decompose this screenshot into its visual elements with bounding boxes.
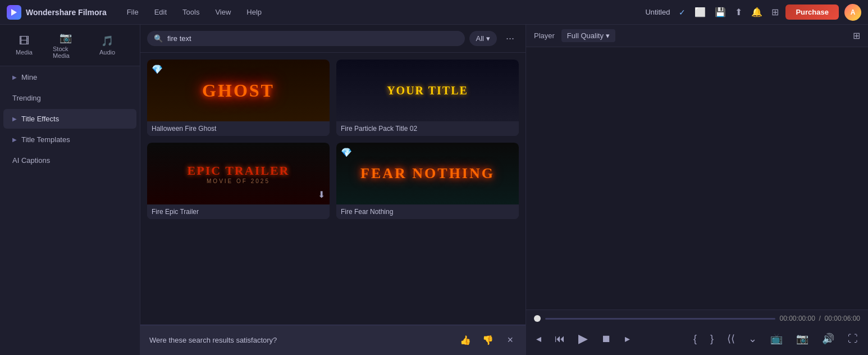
prev-segment-button[interactable]: ⟨⟨: [725, 330, 737, 347]
left-panel: 🎞 Media 📷 Stock Media 🎵 Audio T Titles ↔…: [0, 25, 140, 355]
toolbar-tabs: 🎞 Media 📷 Stock Media 🎵 Audio T Titles ↔…: [0, 25, 140, 66]
feedback-close-button[interactable]: ×: [504, 333, 517, 347]
monitor-icon[interactable]: ⬜: [695, 7, 706, 17]
timeline-bar[interactable]: [545, 318, 775, 320]
preview-text: GHOST: [202, 80, 275, 101]
player-expand-icon[interactable]: ⊞: [853, 30, 860, 41]
results-grid: 💎 GHOST Halloween Fire Ghost YOUR TITLE …: [140, 53, 526, 325]
sidebar-title-templates-label: Title Templates: [21, 135, 70, 144]
player-panel: Player Full Quality ▾ ⊞ 00:00:00:00 / 00…: [526, 25, 868, 355]
tab-audio[interactable]: 🎵 Audio: [88, 31, 127, 59]
player-canvas: [526, 47, 868, 310]
chevron-down-icon: ▾: [606, 31, 610, 40]
sidebar-item-ai-captions[interactable]: AI Captions: [3, 151, 136, 170]
sidebar-item-title-templates[interactable]: ▶ Title Templates: [3, 130, 136, 149]
screenshot-button[interactable]: 📷: [794, 330, 811, 347]
preview-text: EPIC TRAILER MOVIE OF 2025: [188, 163, 290, 184]
tab-audio-label: Audio: [99, 49, 115, 56]
sidebar-trending-label: Trending: [12, 94, 41, 102]
feedback-thumbs: 👍 👎: [456, 334, 497, 347]
quality-selector[interactable]: Full Quality ▾: [561, 29, 615, 42]
search-bar: 🔍 All ▾ ···: [140, 25, 526, 53]
preview-text: YOUR TITLE: [387, 84, 468, 97]
chevron-down-icon: ▾: [486, 34, 490, 43]
save-icon[interactable]: 💾: [715, 7, 726, 17]
grid-row-2: EPIC TRAILER MOVIE OF 2025 ⬇ Fire Epic T…: [147, 143, 519, 219]
menu-edit[interactable]: Edit: [148, 6, 173, 19]
search-input[interactable]: [167, 34, 458, 43]
tab-media-label: Media: [16, 49, 33, 56]
notification-icon[interactable]: 🔔: [751, 7, 762, 17]
menu-tools[interactable]: Tools: [176, 6, 206, 19]
svg-marker-0: [11, 9, 17, 16]
next-frame-button[interactable]: ▸: [623, 330, 632, 347]
card-preview: 💎 FEAR NOTHING: [336, 143, 519, 204]
sidebar-item-trending[interactable]: Trending: [3, 88, 136, 108]
search-icon: 🔍: [154, 34, 163, 43]
stock-icon: 📷: [60, 31, 72, 44]
audio-button[interactable]: 🔊: [820, 330, 837, 347]
card-label: Fire Epic Trailer: [147, 204, 330, 219]
timeline-track: 00:00:00:00 / 00:00:06:00: [534, 315, 860, 322]
menu-view[interactable]: View: [208, 6, 237, 19]
more-controls-button[interactable]: ⌄: [746, 330, 759, 347]
content-panel: 🔍 All ▾ ··· 💎 GHOST Halloween Fire Ghost: [140, 25, 526, 355]
premium-badge: 💎: [341, 147, 352, 158]
purchase-button[interactable]: Purchase: [785, 4, 839, 20]
card-preview: YOUR TITLE: [336, 60, 519, 121]
mark-in-button[interactable]: {: [691, 331, 699, 347]
audio-icon: 🎵: [101, 35, 113, 47]
play-button[interactable]: ▶: [576, 329, 590, 348]
card-label: Halloween Fire Ghost: [147, 121, 330, 136]
card-label: Fire Fear Nothing: [336, 204, 519, 219]
card-fire-epic-trailer[interactable]: EPIC TRAILER MOVIE OF 2025 ⬇ Fire Epic T…: [147, 143, 330, 219]
card-preview: EPIC TRAILER MOVIE OF 2025 ⬇: [147, 143, 330, 204]
fullscreen-button[interactable]: ⛶: [846, 331, 860, 347]
sidebar: ▶ Mine Trending ▶ Title Effects ▶ Title …: [0, 66, 140, 171]
menu-file[interactable]: File: [120, 6, 145, 19]
sidebar-item-mine[interactable]: ▶ Mine: [3, 67, 136, 87]
project-title: Untitled: [645, 8, 670, 16]
filter-label: All: [476, 34, 484, 43]
sidebar-mine-label: Mine: [21, 73, 37, 81]
card-fire-particle-pack[interactable]: YOUR TITLE Fire Particle Pack Title 02: [336, 60, 519, 136]
layout-icon[interactable]: ⊞: [771, 7, 779, 17]
step-back-button[interactable]: ⏮: [552, 331, 567, 347]
mark-out-button[interactable]: }: [708, 331, 716, 347]
chevron-icon: ▶: [12, 74, 17, 80]
grid-row-1: 💎 GHOST Halloween Fire Ghost YOUR TITLE …: [147, 60, 519, 136]
card-halloween-fire-ghost[interactable]: 💎 GHOST Halloween Fire Ghost: [147, 60, 330, 136]
upload-icon[interactable]: ⬆: [735, 7, 742, 17]
menu-help[interactable]: Help: [240, 6, 268, 19]
topbar-actions: ⬜ 💾 ⬆ 🔔 ⊞: [695, 7, 779, 17]
more-options-button[interactable]: ···: [501, 30, 519, 47]
card-fire-fear-nothing[interactable]: 💎 FEAR NOTHING Fire Fear Nothing: [336, 143, 519, 219]
stop-button[interactable]: ⏹: [599, 331, 614, 347]
saved-indicator: ✓: [679, 8, 686, 17]
sidebar-item-title-effects[interactable]: ▶ Title Effects: [3, 109, 136, 129]
thumbdown-button[interactable]: 👎: [479, 334, 497, 347]
logo-icon: [7, 5, 21, 20]
sidebar-title-effects-label: Title Effects: [21, 115, 59, 123]
player-label: Player: [534, 31, 555, 40]
tab-stock-media[interactable]: 📷 Stock Media: [46, 28, 85, 62]
thumbup-button[interactable]: 👍: [456, 334, 474, 347]
prev-frame-button[interactable]: ◂: [534, 330, 543, 347]
sidebar-ai-captions-label: AI Captions: [12, 156, 50, 165]
tab-stock-label: Stock Media: [53, 45, 79, 59]
player-controls: ◂ ⏮ ▶ ⏹ ▸ { } ⟨⟨ ⌄ 📺 📷 🔊 ⛶: [534, 327, 860, 351]
current-time: 00:00:00:00 / 00:00:06:00: [780, 315, 860, 322]
topbar: Wondershare Filmora File Edit Tools View…: [0, 0, 868, 25]
player-header: Player Full Quality ▾ ⊞: [526, 25, 868, 47]
premium-badge: 💎: [152, 64, 163, 75]
send-to-player-button[interactable]: 📺: [768, 330, 785, 347]
tab-media[interactable]: 🎞 Media: [4, 32, 44, 59]
filter-dropdown[interactable]: All ▾: [469, 31, 497, 46]
media-icon: 🎞: [19, 35, 29, 47]
menu-bar: File Edit Tools View Help: [120, 6, 268, 19]
card-preview: 💎 GHOST: [147, 60, 330, 121]
card-label: Fire Particle Pack Title 02: [336, 121, 519, 136]
preview-text: FEAR NOTHING: [360, 165, 495, 182]
main-layout: 🎞 Media 📷 Stock Media 🎵 Audio T Titles ↔…: [0, 25, 868, 355]
avatar[interactable]: A: [844, 4, 861, 21]
